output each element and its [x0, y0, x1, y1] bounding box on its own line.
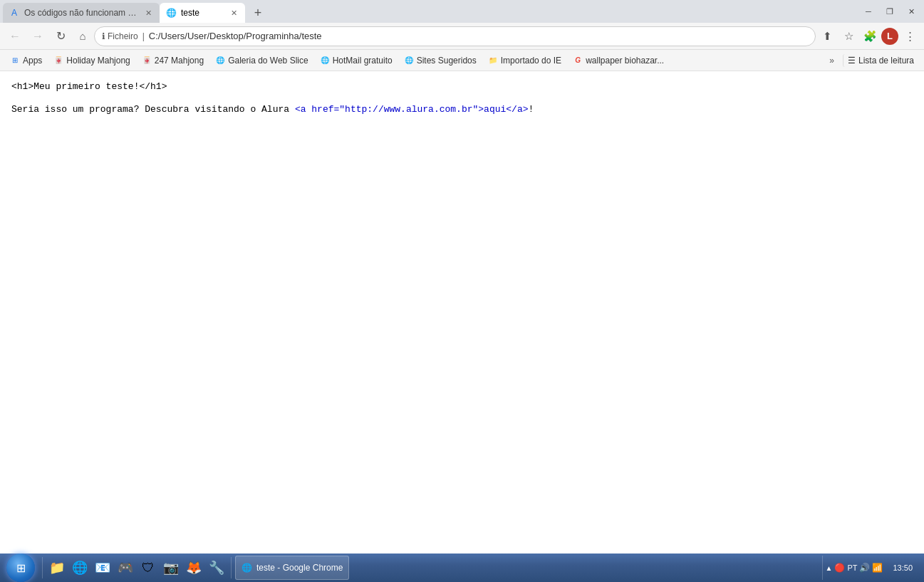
- page-text-2-before: Seria isso um programa? Descubra visitan…: [11, 104, 295, 115]
- hotmail-favicon: 🌐: [320, 56, 330, 66]
- profile-avatar[interactable]: L: [881, 28, 898, 45]
- page-text-1: <h1>Meu primeiro teste!</h1>: [11, 81, 167, 92]
- window-controls: ─ ❐ ✕: [858, 4, 921, 19]
- taskbar-browser-icon[interactable]: 🦊: [183, 556, 204, 580]
- taskbar-security-icon[interactable]: 🛡: [137, 556, 159, 580]
- navigation-bar: ← → ↻ ⌂ ℹ Ficheiro | C:/Users/User/Deskt…: [0, 23, 924, 50]
- start-button[interactable]: ⊞: [3, 555, 38, 581]
- bookmark-hotmail[interactable]: 🌐 HotMail gratuito: [316, 54, 397, 67]
- galeria-label: Galeria do Web Slice: [228, 56, 308, 66]
- system-red-icon: 🔴: [834, 563, 845, 573]
- bookmark-247-mahjong[interactable]: 🀄 247 Mahjong: [137, 54, 208, 67]
- taskbar: ⊞ 📁 🌐 📧 🎮 🛡 📷 🦊 🔧 🌐 teste - Google Chrom…: [0, 554, 924, 582]
- taskbar-settings-icon[interactable]: 🔧: [206, 556, 227, 580]
- nav-right-buttons: ⬆ ☆ 🧩 L ⋮: [817, 26, 920, 46]
- tab1-favicon: A: [9, 7, 20, 19]
- tab2-close-button[interactable]: ✕: [228, 7, 239, 19]
- wallpaper-favicon: G: [573, 56, 583, 66]
- windows-logo-icon: ⊞: [16, 561, 26, 575]
- tab2-favicon: 🌐: [165, 7, 177, 19]
- forward-button[interactable]: →: [27, 26, 48, 47]
- sites-sugeridos-favicon: 🌐: [404, 56, 414, 66]
- tab-2[interactable]: 🌐 teste ✕: [160, 3, 245, 23]
- reading-list-icon: ☰: [848, 56, 856, 66]
- menu-button[interactable]: ⋮: [900, 26, 920, 46]
- reading-list-button[interactable]: ☰ Lista de leitura: [843, 54, 918, 67]
- page-link[interactable]: <a href="http://www.alura.com.br">aqui</…: [295, 104, 529, 115]
- taskbar-app-title: teste - Google Chrome: [256, 563, 343, 573]
- tab-1[interactable]: A Os códigos não funcionam pra n ✕: [3, 3, 160, 23]
- secure-label: Ficheiro: [108, 31, 138, 41]
- tab2-title: teste: [181, 8, 224, 18]
- apps-favicon: ⊞: [10, 56, 20, 66]
- page-line-1: <h1>Meu primeiro teste!</h1>: [11, 80, 913, 94]
- taskbar-clock[interactable]: 13:50: [888, 563, 917, 572]
- holiday-mahjong-favicon: 🀄: [53, 56, 63, 66]
- info-icon: ℹ: [102, 31, 105, 41]
- time-display: 13:50: [893, 563, 913, 572]
- taskbar-separator: [42, 557, 43, 578]
- lang-indicator: PT: [847, 563, 857, 572]
- wallpaper-label: wallpaper biohazar...: [586, 56, 664, 66]
- volume-icon[interactable]: 🔊: [859, 563, 870, 573]
- back-button[interactable]: ←: [4, 26, 26, 47]
- title-bar: A Os códigos não funcionam pra n ✕ 🌐 tes…: [0, 0, 924, 23]
- start-orb: ⊞: [6, 554, 35, 582]
- bookmarks-bar: ⊞ Apps 🀄 Holiday Mahjong 🀄 247 Mahjong 🌐…: [0, 50, 924, 71]
- address-text: C:/Users/User/Desktop/Programinha/teste: [149, 31, 808, 41]
- page-line-2: Seria isso um programa? Descubra visitan…: [11, 103, 913, 117]
- maximize-button[interactable]: ❐: [880, 4, 900, 19]
- taskbar-media-icon[interactable]: 📷: [160, 556, 182, 580]
- reading-list-label: Lista de leitura: [858, 56, 914, 66]
- bookmark-sites-sugeridos[interactable]: 🌐 Sites Sugeridos: [400, 54, 481, 67]
- secure-indicator: ℹ Ficheiro: [102, 31, 138, 41]
- signal-icon[interactable]: 📶: [872, 563, 883, 573]
- bookmark-holiday-mahjong[interactable]: 🀄 Holiday Mahjong: [49, 54, 134, 67]
- tab1-title: Os códigos não funcionam pra n: [24, 8, 138, 18]
- taskbar-active-app[interactable]: 🌐 teste - Google Chrome: [235, 556, 349, 580]
- galeria-favicon: 🌐: [215, 56, 225, 66]
- bookmark-apps[interactable]: ⊞ Apps: [6, 54, 46, 67]
- home-button[interactable]: ⌂: [73, 26, 93, 46]
- bookmark-galeria[interactable]: 🌐 Galeria do Web Slice: [211, 54, 313, 67]
- taskbar-mail-icon[interactable]: 📧: [92, 556, 113, 580]
- page-text-2-after: !: [529, 104, 534, 115]
- tab1-close-button[interactable]: ✕: [142, 7, 154, 19]
- taskbar-game-icon[interactable]: 🎮: [115, 556, 136, 580]
- page-content: <h1>Meu primeiro teste!</h1> Seria isso …: [0, 71, 924, 554]
- refresh-button[interactable]: ↻: [50, 26, 71, 47]
- taskbar-app-favicon: 🌐: [242, 563, 252, 573]
- sites-sugeridos-label: Sites Sugeridos: [417, 56, 477, 66]
- address-separator: |: [142, 31, 145, 41]
- taskbar-separator-2: [231, 557, 232, 578]
- bookmark-button[interactable]: ☆: [839, 26, 858, 46]
- importado-ie-favicon: 📁: [488, 56, 498, 66]
- new-tab-button[interactable]: +: [248, 3, 268, 23]
- bookmark-importado-ie[interactable]: 📁 Importado do IE: [484, 54, 566, 67]
- 247-mahjong-favicon: 🀄: [142, 56, 152, 66]
- extensions-button[interactable]: 🧩: [860, 26, 880, 46]
- taskbar-explorer-icon[interactable]: 📁: [46, 556, 68, 580]
- tab-strip: A Os códigos não funcionam pra n ✕ 🌐 tes…: [3, 0, 858, 23]
- share-button[interactable]: ⬆: [817, 26, 837, 46]
- hotmail-label: HotMail gratuito: [333, 56, 393, 66]
- holiday-mahjong-label: Holiday Mahjong: [66, 56, 130, 66]
- taskbar-right: ▲ 🔴 PT 🔊 📶 13:50: [822, 556, 922, 580]
- close-button[interactable]: ✕: [901, 4, 921, 19]
- taskbar-ie-icon[interactable]: 🌐: [69, 556, 90, 580]
- 247-mahjong-label: 247 Mahjong: [155, 56, 204, 66]
- apps-label: Apps: [23, 56, 42, 66]
- bookmark-wallpaper[interactable]: G wallpaper biohazar...: [569, 54, 668, 67]
- notification-area: ▲ 🔴 PT 🔊 📶: [822, 556, 886, 580]
- bookmarks-more-button[interactable]: »: [826, 54, 837, 67]
- address-bar[interactable]: ℹ Ficheiro | C:/Users/User/Desktop/Progr…: [94, 26, 816, 46]
- minimize-button[interactable]: ─: [858, 4, 878, 19]
- importado-ie-label: Importado do IE: [501, 56, 561, 66]
- up-arrow-icon[interactable]: ▲: [826, 564, 833, 572]
